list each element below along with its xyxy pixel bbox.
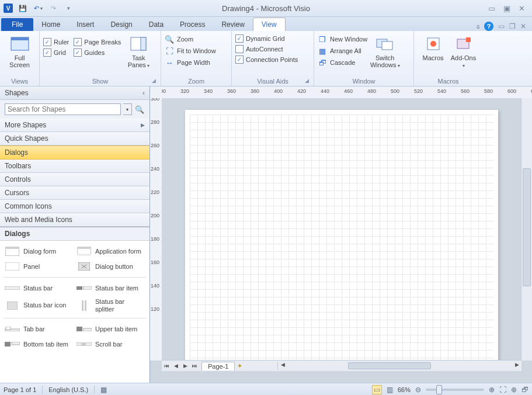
normal-view-icon[interactable]: ▥: [387, 386, 393, 394]
macros-icon: [424, 34, 443, 53]
shape-status-bar[interactable]: Status bar: [4, 281, 74, 295]
shapes-collapse-icon[interactable]: ‹: [142, 89, 145, 97]
svg-point-7: [430, 41, 436, 47]
pan-zoom-icon[interactable]: ⊕: [511, 386, 517, 394]
cat-common-icons[interactable]: Common Icons: [0, 200, 149, 213]
zoom-slider[interactable]: [426, 389, 484, 391]
statusbar: Page 1 of 1 English (U.S.) ▦ ▭ ▥ 66% ⊖ ⊕…: [0, 383, 532, 395]
connection-points-checkbox[interactable]: ✓Connection Points: [235, 56, 298, 64]
ribbon-minimize-icon[interactable]: ۵: [477, 23, 479, 30]
shape-status-bar-item[interactable]: Status bar item: [75, 281, 146, 295]
window-title: Drawing4 - Microsoft Visio: [0, 4, 532, 13]
cat-controls[interactable]: Controls: [0, 173, 149, 186]
redo-icon[interactable]: ↷: [48, 3, 58, 13]
ruler-checkbox[interactable]: ✓Ruler: [43, 38, 69, 46]
shape-tab-bar[interactable]: Tab bar: [4, 322, 74, 336]
shape-panel[interactable]: Panel: [4, 259, 74, 273]
undo-icon[interactable]: ↶▾: [33, 3, 43, 13]
tab-design[interactable]: Design: [102, 18, 140, 31]
mdi-minimize-icon[interactable]: ▭: [498, 22, 505, 30]
shape-dialog-form[interactable]: Dialog form: [4, 244, 74, 258]
zoom-in-icon[interactable]: ⊕: [489, 386, 495, 394]
save-icon[interactable]: 💾: [18, 3, 28, 13]
grid-checkbox[interactable]: ✓Grid: [43, 48, 69, 57]
tab-home[interactable]: Home: [33, 18, 68, 31]
vertical-scrollbar[interactable]: [521, 98, 532, 361]
status-language[interactable]: English (U.S.): [48, 386, 88, 393]
search-dropdown-icon[interactable]: ▾: [123, 103, 132, 115]
hscroll-thumb[interactable]: [348, 362, 431, 369]
fit-page-icon[interactable]: ⛶: [499, 386, 506, 394]
shape-scroll-bar[interactable]: Scroll bar: [75, 337, 146, 351]
cascade-button[interactable]: 🗗Cascade: [318, 58, 367, 67]
tab-insert[interactable]: Insert: [68, 18, 102, 31]
chevron-right-icon: ▶: [141, 122, 145, 128]
vscroll-thumb[interactable]: [523, 168, 531, 286]
cat-web-media-icons[interactable]: Web and Media Icons: [0, 213, 149, 227]
help-icon[interactable]: ?: [484, 22, 493, 31]
tab-process[interactable]: Process: [172, 18, 213, 31]
page-width-button[interactable]: ↔Page Width: [165, 58, 216, 67]
zoom-thumb[interactable]: [436, 385, 442, 394]
shape-status-bar-splitter[interactable]: Status bar splitter: [75, 296, 146, 314]
arrange-all-button[interactable]: ▦Arrange All: [318, 46, 367, 56]
addons-button[interactable]: Add-Ons▾: [451, 34, 477, 69]
svg-rect-26: [6, 327, 11, 330]
autoconnect-checkbox[interactable]: AutoConnect: [235, 45, 298, 53]
full-screen-button[interactable]: Full Screen: [7, 34, 33, 68]
guides-checkbox[interactable]: ✓Guides: [74, 48, 121, 57]
macro-record-icon[interactable]: ▦: [100, 386, 107, 394]
vertical-ruler: 300280260240220200180160140120: [150, 98, 162, 361]
tab-data[interactable]: Data: [141, 18, 172, 31]
new-page-icon[interactable]: ✦: [237, 362, 242, 370]
tab-file[interactable]: File: [1, 18, 33, 31]
first-page-icon[interactable]: ⏮: [162, 363, 171, 369]
cat-cursors[interactable]: Cursors: [0, 186, 149, 200]
drawing-page[interactable]: [185, 110, 498, 361]
shape-status-bar-icon[interactable]: Status bar icon: [4, 296, 74, 314]
prev-page-icon[interactable]: ◀: [171, 363, 180, 369]
shape-bottom-tab-item[interactable]: Bottom tab item: [4, 337, 74, 351]
close-button[interactable]: ✕: [519, 4, 525, 13]
cat-toolbars[interactable]: Toolbars: [0, 160, 149, 173]
show-launcher-icon[interactable]: ◢: [152, 78, 156, 84]
search-input[interactable]: [5, 103, 121, 115]
zoom-out-icon[interactable]: ⊖: [415, 386, 421, 394]
shape-dialog-button[interactable]: Dialog button: [75, 259, 146, 273]
canvas[interactable]: [162, 98, 521, 361]
maximize-button[interactable]: ▣: [503, 4, 510, 13]
horizontal-scrollbar[interactable]: ◀▶: [277, 362, 521, 370]
cat-quick-shapes[interactable]: Quick Shapes: [0, 132, 149, 145]
switch-windows-button[interactable]: Switch Windows▾: [372, 34, 398, 69]
task-panes-button[interactable]: Task Panes▾: [126, 34, 151, 69]
minimize-button[interactable]: ▭: [488, 4, 495, 13]
tab-view[interactable]: View: [253, 18, 286, 31]
last-page-icon[interactable]: ⏭: [190, 363, 199, 369]
group-show-label: Show◢: [43, 77, 157, 86]
mdi-restore-icon[interactable]: ❐: [509, 22, 516, 30]
page-tab[interactable]: Page-1: [201, 362, 235, 370]
tab-review[interactable]: Review: [213, 18, 252, 31]
fit-window-button[interactable]: ⛶Fit to Window: [165, 46, 216, 56]
shape-upper-tab-item[interactable]: Upper tab item: [75, 322, 146, 336]
new-window-button[interactable]: ❐New Window: [318, 34, 367, 44]
page-breaks-checkbox[interactable]: ✓Page Breaks: [74, 38, 121, 46]
zoom-button[interactable]: 🔍Zoom: [165, 34, 216, 44]
shape-application-form[interactable]: Application form: [75, 244, 146, 258]
qat-customize-icon[interactable]: ▾: [63, 3, 74, 13]
switch-windows-status-icon[interactable]: 🗗: [521, 386, 528, 394]
svg-rect-11: [5, 247, 19, 249]
zoom-level[interactable]: 66%: [398, 386, 411, 393]
mdi-close-icon[interactable]: ✕: [520, 22, 526, 30]
macros-button[interactable]: Macros: [420, 34, 446, 61]
presentation-mode-icon[interactable]: ▭: [372, 385, 382, 394]
search-go-icon[interactable]: 🔍: [134, 103, 145, 115]
dynamic-grid-checkbox[interactable]: ✓Dynamic Grid: [235, 34, 298, 43]
cat-dialogs[interactable]: Dialogs: [0, 145, 149, 160]
next-page-icon[interactable]: ▶: [180, 363, 190, 369]
svg-rect-13: [77, 247, 91, 249]
group-macros-label: Macros: [418, 77, 479, 86]
visio-icon[interactable]: V: [4, 4, 13, 13]
cat-more-shapes[interactable]: More Shapes▶: [0, 119, 149, 132]
visual-aids-launcher-icon[interactable]: ◢: [305, 78, 309, 84]
